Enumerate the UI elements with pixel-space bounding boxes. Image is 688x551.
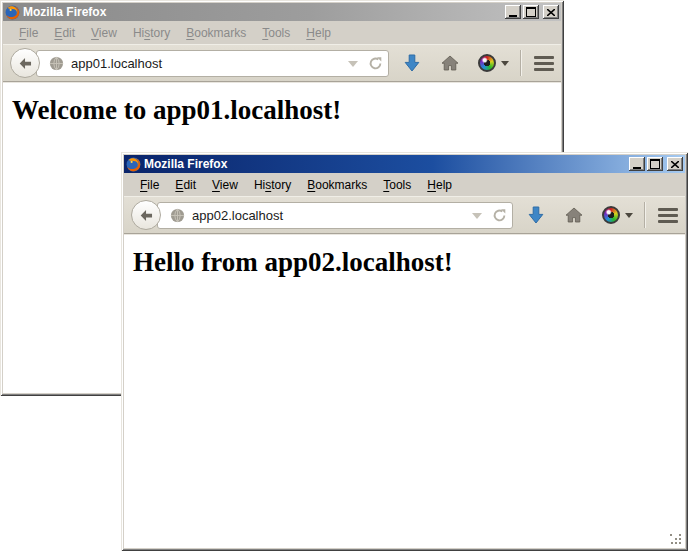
menu-item-tools[interactable]: Tools bbox=[375, 176, 419, 194]
close-icon bbox=[547, 9, 555, 16]
menu-item-file[interactable]: File bbox=[132, 176, 167, 194]
menu-hamburger-button[interactable] bbox=[534, 54, 554, 73]
menu-item-help[interactable]: Help bbox=[298, 24, 339, 42]
page-heading: Hello from app02.localhost! bbox=[133, 247, 685, 278]
firefox-icon bbox=[126, 157, 141, 172]
reload-button[interactable] bbox=[492, 208, 507, 223]
back-arrow-icon bbox=[139, 208, 154, 223]
maximize-button[interactable] bbox=[647, 157, 663, 171]
toolbar-separator bbox=[644, 202, 645, 228]
navigation-toolbar: app01.localhost bbox=[3, 44, 561, 82]
url-bar[interactable]: app02.localhost bbox=[157, 202, 513, 229]
menu-item-history[interactable]: History bbox=[246, 176, 299, 194]
menu-item-edit[interactable]: Edit bbox=[46, 24, 83, 42]
maximize-icon bbox=[650, 159, 660, 169]
menu-item-tools[interactable]: Tools bbox=[254, 24, 298, 42]
maximize-button[interactable] bbox=[523, 5, 539, 19]
menu-item-bookmarks[interactable]: Bookmarks bbox=[299, 176, 375, 194]
url-bar[interactable]: app01.localhost bbox=[36, 50, 389, 77]
urlbar-dropdown-icon[interactable] bbox=[472, 213, 482, 219]
colorwheel-addon-button[interactable] bbox=[602, 206, 633, 224]
browser-window-app02: Mozilla Firefox FileEditViewHistoryBookm… bbox=[121, 152, 688, 551]
maximize-icon bbox=[526, 7, 536, 17]
toolbar-separator bbox=[520, 50, 521, 76]
menu-item-view[interactable]: View bbox=[204, 176, 246, 194]
back-button[interactable] bbox=[131, 200, 161, 230]
download-arrow-icon bbox=[528, 206, 544, 224]
reload-icon bbox=[368, 56, 383, 71]
reload-icon bbox=[492, 208, 507, 223]
titlebar[interactable]: Mozilla Firefox bbox=[3, 3, 561, 21]
colorwheel-addon-icon bbox=[602, 206, 620, 224]
minimize-icon bbox=[509, 15, 517, 17]
download-button[interactable] bbox=[528, 206, 544, 224]
menubar: FileEditViewHistoryBookmarksToolsHelp bbox=[124, 173, 685, 196]
minimize-icon bbox=[633, 167, 641, 169]
menubar: FileEditViewHistoryBookmarksToolsHelp bbox=[3, 21, 561, 44]
menu-item-file[interactable]: File bbox=[11, 24, 46, 42]
home-button[interactable] bbox=[441, 55, 459, 71]
back-button[interactable] bbox=[10, 48, 40, 78]
window-title: Mozilla Firefox bbox=[144, 155, 624, 173]
menu-hamburger-button[interactable] bbox=[658, 206, 678, 225]
home-icon bbox=[441, 55, 459, 71]
back-arrow-icon bbox=[18, 56, 33, 71]
titlebar[interactable]: Mozilla Firefox bbox=[124, 155, 685, 173]
page-heading: Welcome to app01.localhost! bbox=[12, 95, 561, 126]
page-content: Hello from app02.localhost! bbox=[124, 234, 685, 548]
colorwheel-addon-icon bbox=[478, 54, 496, 72]
globe-icon bbox=[49, 56, 64, 71]
reload-button[interactable] bbox=[368, 56, 383, 71]
minimize-button[interactable] bbox=[629, 157, 645, 171]
hamburger-menu-icon bbox=[534, 56, 554, 59]
menu-item-edit[interactable]: Edit bbox=[167, 176, 204, 194]
menu-item-history[interactable]: History bbox=[125, 24, 178, 42]
menu-item-bookmarks[interactable]: Bookmarks bbox=[178, 24, 254, 42]
window-controls bbox=[503, 5, 559, 19]
urlbar-dropdown-icon[interactable] bbox=[348, 61, 358, 67]
url-text[interactable]: app01.localhost bbox=[71, 56, 344, 71]
dropdown-caret-icon bbox=[625, 213, 633, 218]
colorwheel-addon-button[interactable] bbox=[478, 54, 509, 72]
dropdown-caret-icon bbox=[501, 61, 509, 66]
close-icon bbox=[671, 161, 679, 168]
close-button[interactable] bbox=[667, 157, 683, 171]
window-controls bbox=[627, 157, 683, 171]
hamburger-menu-icon bbox=[658, 208, 678, 211]
minimize-button[interactable] bbox=[505, 5, 521, 19]
home-button[interactable] bbox=[565, 207, 583, 223]
menu-item-view[interactable]: View bbox=[83, 24, 125, 42]
close-button[interactable] bbox=[543, 5, 559, 19]
navigation-toolbar: app02.localhost bbox=[124, 196, 685, 234]
url-text[interactable]: app02.localhost bbox=[192, 208, 468, 223]
globe-icon bbox=[170, 208, 185, 223]
window-title: Mozilla Firefox bbox=[23, 3, 500, 21]
download-button[interactable] bbox=[404, 54, 420, 72]
home-icon bbox=[565, 207, 583, 223]
firefox-icon bbox=[5, 5, 20, 20]
resize-grip[interactable] bbox=[670, 533, 682, 545]
download-arrow-icon bbox=[404, 54, 420, 72]
menu-item-help[interactable]: Help bbox=[419, 176, 460, 194]
